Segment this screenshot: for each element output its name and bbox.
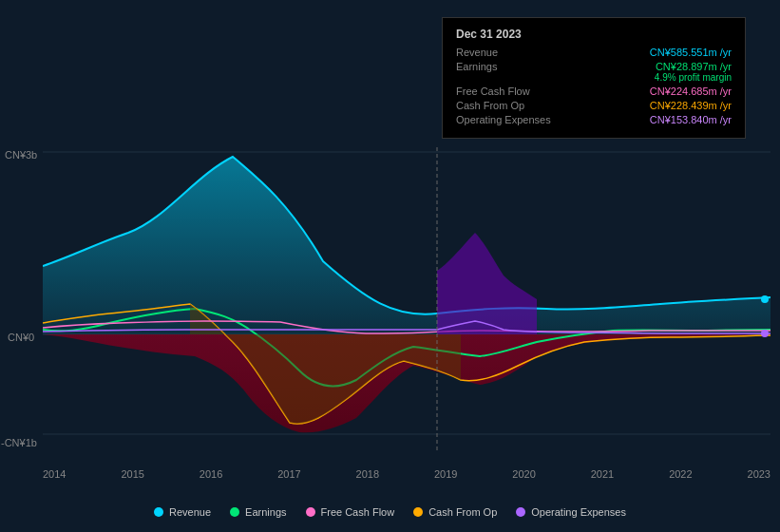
- tooltip-cashop-row: Cash From Op CN¥228.439m /yr: [456, 100, 732, 111]
- tooltip-cashop-label: Cash From Op: [456, 100, 561, 111]
- tooltip-opex-value: CN¥153.840m /yr: [650, 114, 732, 125]
- x-label-2017: 2017: [277, 468, 300, 480]
- tooltip-opex-row: Operating Expenses CN¥153.840m /yr: [456, 114, 732, 125]
- legend-fcf-label: Free Cash Flow: [321, 506, 395, 518]
- tooltip-date: Dec 31 2023: [456, 28, 732, 41]
- tooltip-fcf-row: Free Cash Flow CN¥224.685m /yr: [456, 86, 732, 97]
- tooltip-revenue-row: Revenue CN¥585.551m /yr: [456, 47, 732, 58]
- legend-revenue-label: Revenue: [169, 506, 211, 518]
- legend-cashop[interactable]: Cash From Op: [413, 506, 497, 518]
- legend-earnings-label: Earnings: [245, 506, 286, 518]
- tooltip-earnings-label: Earnings: [456, 61, 561, 72]
- legend-opex[interactable]: Operating Expenses: [516, 506, 626, 518]
- x-label-2023: 2023: [748, 468, 770, 480]
- tooltip-cashop-value: CN¥228.439m /yr: [650, 100, 732, 111]
- tooltip-fcf-label: Free Cash Flow: [456, 86, 561, 97]
- y-label-0: CN¥0: [8, 332, 34, 343]
- legend-revenue-dot: [154, 507, 163, 517]
- legend-earnings-dot: [230, 507, 239, 517]
- legend-earnings[interactable]: Earnings: [230, 506, 286, 518]
- tooltip-revenue-label: Revenue: [456, 47, 561, 58]
- tooltip-earnings-row: Earnings CN¥28.897m /yr 4.9% profit marg…: [456, 61, 732, 83]
- legend-opex-dot: [516, 507, 525, 517]
- x-label-2014: 2014: [43, 468, 66, 480]
- legend-opex-label: Operating Expenses: [531, 506, 626, 518]
- legend-fcf-dot: [306, 507, 315, 517]
- revenue-end-dot: [761, 295, 769, 303]
- opex-end-dot: [761, 330, 769, 337]
- x-label-2018: 2018: [356, 468, 379, 480]
- legend-revenue[interactable]: Revenue: [154, 506, 211, 518]
- chart-legend: Revenue Earnings Free Cash Flow Cash Fro…: [0, 506, 780, 518]
- x-label-2022: 2022: [669, 468, 692, 480]
- tooltip-box: Dec 31 2023 Revenue CN¥585.551m /yr Earn…: [442, 17, 746, 139]
- tooltip-fcf-value: CN¥224.685m /yr: [650, 86, 732, 97]
- x-label-2019: 2019: [434, 468, 457, 480]
- legend-cashop-label: Cash From Op: [428, 506, 497, 518]
- chart-container: Dec 31 2023 Revenue CN¥585.551m /yr Earn…: [0, 0, 780, 532]
- y-label-neg1b: -CN¥1b: [1, 437, 37, 448]
- x-label-2021: 2021: [591, 468, 614, 480]
- x-axis-labels: 2014 2015 2016 2017 2018 2019 2020 2021 …: [43, 468, 770, 480]
- tooltip-profit-margin: 4.9% profit margin: [655, 72, 732, 83]
- x-label-2016: 2016: [200, 468, 222, 480]
- legend-fcf[interactable]: Free Cash Flow: [306, 506, 395, 518]
- y-label-3b: CN¥3b: [5, 149, 37, 161]
- tooltip-revenue-value: CN¥585.551m /yr: [650, 47, 732, 58]
- tooltip-earnings-value: CN¥28.897m /yr: [655, 61, 732, 72]
- x-label-2020: 2020: [512, 468, 535, 480]
- legend-cashop-dot: [413, 507, 423, 517]
- x-label-2015: 2015: [121, 468, 143, 480]
- tooltip-opex-label: Operating Expenses: [456, 114, 561, 125]
- main-chart-svg: [43, 147, 770, 451]
